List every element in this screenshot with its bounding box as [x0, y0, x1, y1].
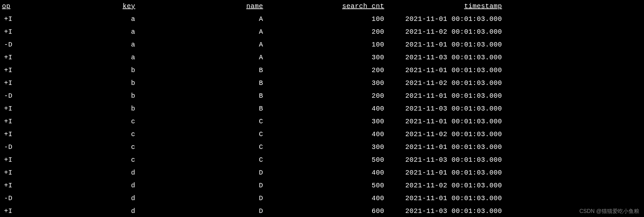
cell-timestamp: 2021-11-01 00:01:03.000 [387, 166, 505, 179]
cell-name: D [138, 179, 266, 192]
cell-name: A [138, 38, 266, 51]
cell-timestamp: 2021-11-01 00:01:03.000 [387, 115, 505, 128]
cell-name: C [138, 154, 266, 166]
cell-op: -D [0, 38, 20, 51]
cell-name: B [138, 64, 266, 77]
watermark: CSDN @猫猫爱吃小鱼粮 [579, 208, 639, 215]
cell-search-cnt: 200 [266, 26, 387, 38]
cell-key: b [20, 90, 138, 102]
cell-name: B [138, 77, 266, 90]
cell-key: d [20, 179, 138, 192]
cell-name: A [138, 51, 266, 64]
cell-op: -D [0, 192, 20, 205]
cell-timestamp: 2021-11-03 00:01:03.000 [387, 154, 505, 166]
cell-name: B [138, 90, 266, 102]
table-row: +IaA1002021-11-01 00:01:03.000 [0, 13, 644, 26]
cell-key: c [20, 141, 138, 154]
result-table: op key name search_cnt timestamp +IaA100… [0, 0, 644, 217]
cell-op: +I [0, 154, 20, 166]
cell-op: +I [0, 115, 20, 128]
cell-timestamp: 2021-11-03 00:01:03.000 [387, 205, 505, 217]
cell-search-cnt: 400 [266, 102, 387, 115]
table-row: +IaA2002021-11-02 00:01:03.000 [0, 26, 644, 38]
cell-search-cnt: 300 [266, 115, 387, 128]
cell-op: +I [0, 51, 20, 64]
cell-search-cnt: 100 [266, 13, 387, 26]
cell-search-cnt: 500 [266, 179, 387, 192]
col-name: name [138, 0, 266, 13]
cell-op: -D [0, 90, 20, 102]
cell-key: c [20, 154, 138, 166]
table-row: -DcC3002021-11-01 00:01:03.000 [0, 141, 644, 154]
cell-key: b [20, 64, 138, 77]
cell-op: +I [0, 205, 20, 217]
table-row: -DdD4002021-11-01 00:01:03.000 [0, 192, 644, 205]
cell-key: d [20, 192, 138, 205]
table-row: +IbB3002021-11-02 00:01:03.000 [0, 77, 644, 90]
table-row: -DbB2002021-11-01 00:01:03.000 [0, 90, 644, 102]
cell-timestamp: 2021-11-03 00:01:03.000 [387, 102, 505, 115]
cell-search-cnt: 400 [266, 128, 387, 141]
cell-key: c [20, 128, 138, 141]
cell-name: C [138, 128, 266, 141]
cell-search-cnt: 300 [266, 77, 387, 90]
cell-op: -D [0, 141, 20, 154]
table-header-row: op key name search_cnt timestamp [0, 0, 644, 13]
cell-search-cnt: 600 [266, 205, 387, 217]
cell-timestamp: 2021-11-01 00:01:03.000 [387, 38, 505, 51]
cell-search-cnt: 200 [266, 90, 387, 102]
cell-timestamp: 2021-11-02 00:01:03.000 [387, 128, 505, 141]
table-row: +IdD6002021-11-03 00:01:03.000 [0, 205, 644, 217]
cell-key: a [20, 26, 138, 38]
cell-timestamp: 2021-11-01 00:01:03.000 [387, 13, 505, 26]
cell-name: B [138, 102, 266, 115]
cell-op: +I [0, 179, 20, 192]
cell-key: a [20, 38, 138, 51]
cell-timestamp: 2021-11-01 00:01:03.000 [387, 90, 505, 102]
cell-timestamp: 2021-11-02 00:01:03.000 [387, 77, 505, 90]
cell-name: D [138, 205, 266, 217]
cell-name: D [138, 166, 266, 179]
table-row: +IaA3002021-11-03 00:01:03.000 [0, 51, 644, 64]
cell-name: A [138, 26, 266, 38]
col-op: op [0, 0, 20, 13]
cell-search-cnt: 200 [266, 64, 387, 77]
cell-timestamp: 2021-11-01 00:01:03.000 [387, 192, 505, 205]
cell-timestamp: 2021-11-02 00:01:03.000 [387, 26, 505, 38]
cell-op: +I [0, 128, 20, 141]
table-row: +IbB4002021-11-03 00:01:03.000 [0, 102, 644, 115]
cell-name: C [138, 115, 266, 128]
cell-timestamp: 2021-11-01 00:01:03.000 [387, 141, 505, 154]
cell-timestamp: 2021-11-03 00:01:03.000 [387, 51, 505, 64]
cell-op: +I [0, 166, 20, 179]
cell-op: +I [0, 13, 20, 26]
cell-search-cnt: 400 [266, 166, 387, 179]
table-row: +IdD5002021-11-02 00:01:03.000 [0, 179, 644, 192]
cell-search-cnt: 300 [266, 51, 387, 64]
col-timestamp: timestamp [387, 0, 505, 13]
cell-timestamp: 2021-11-02 00:01:03.000 [387, 179, 505, 192]
table-row: +IdD4002021-11-01 00:01:03.000 [0, 166, 644, 179]
cell-key: b [20, 77, 138, 90]
cell-key: d [20, 166, 138, 179]
table-row: +IcC4002021-11-02 00:01:03.000 [0, 128, 644, 141]
table-row: -DaA1002021-11-01 00:01:03.000 [0, 38, 644, 51]
cell-key: b [20, 102, 138, 115]
cell-key: d [20, 205, 138, 217]
cell-op: +I [0, 102, 20, 115]
cell-timestamp: 2021-11-01 00:01:03.000 [387, 64, 505, 77]
cell-name: C [138, 141, 266, 154]
cell-name: D [138, 192, 266, 205]
table-row: +IcC5002021-11-03 00:01:03.000 [0, 154, 644, 166]
cell-op: +I [0, 64, 20, 77]
cell-op: +I [0, 77, 20, 90]
cell-search-cnt: 100 [266, 38, 387, 51]
cell-key: c [20, 115, 138, 128]
table-row: +IcC3002021-11-01 00:01:03.000 [0, 115, 644, 128]
cell-search-cnt: 500 [266, 154, 387, 166]
cell-search-cnt: 400 [266, 192, 387, 205]
cell-search-cnt: 300 [266, 141, 387, 154]
col-key: key [20, 0, 138, 13]
cell-op: +I [0, 26, 20, 38]
cell-name: A [138, 13, 266, 26]
